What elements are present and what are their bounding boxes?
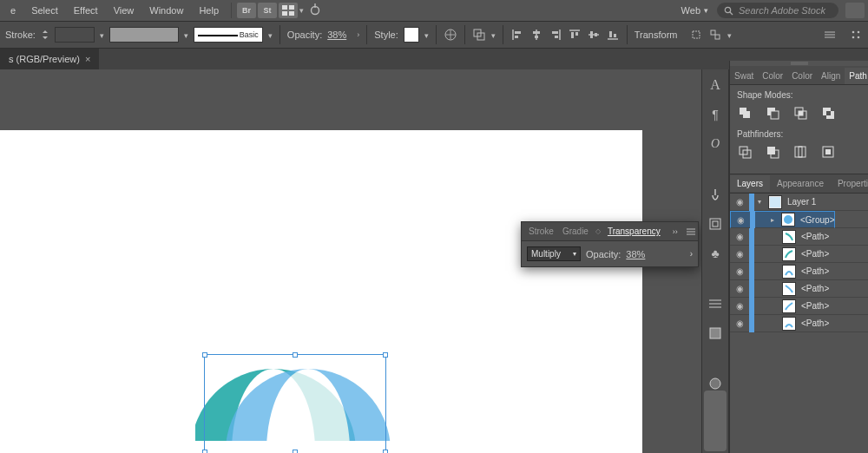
isolate-arrow[interactable] — [491, 30, 496, 40]
isolate-group-icon[interactable] — [472, 28, 486, 42]
style-arrow[interactable] — [424, 30, 429, 40]
search-stock-input[interactable]: Search Adobe Stock — [717, 3, 838, 18]
handle-top-left[interactable] — [202, 352, 207, 358]
brush-definition[interactable]: Basic — [194, 27, 263, 43]
glyph-panel-icon[interactable]: O — [707, 135, 724, 153]
visibility-icon[interactable]: ◉ — [730, 318, 749, 328]
tab-swatches[interactable]: Swat — [730, 68, 758, 84]
stroke-weight-arrow[interactable] — [100, 30, 104, 40]
four-dots-icon[interactable] — [849, 28, 863, 42]
visibility-icon[interactable]: ◉ — [730, 266, 749, 276]
menu-item-effect[interactable]: Effect — [67, 2, 105, 19]
symbols-panel-icon[interactable] — [707, 215, 724, 233]
vw-arrow[interactable] — [184, 30, 188, 40]
brush-arrow[interactable] — [268, 30, 273, 40]
handle-right[interactable] — [383, 450, 388, 454]
transform-label[interactable]: Transform — [635, 30, 678, 40]
menu-item-first[interactable]: e — [3, 2, 23, 19]
appearance-panel-icon[interactable] — [707, 375, 724, 392]
menu-item-help[interactable]: Help — [192, 2, 226, 19]
stroke-weight-field[interactable] — [41, 29, 49, 41]
tab-properties[interactable]: Properti — [831, 175, 868, 192]
tab-appearance[interactable]: Appearance — [770, 175, 831, 192]
visibility-icon[interactable]: ◉ — [731, 215, 750, 225]
tab-align[interactable]: Align — [817, 68, 845, 84]
handle-top-right[interactable] — [383, 352, 388, 358]
align-bottom-icon[interactable] — [606, 28, 620, 42]
float-arrow-icon[interactable]: › — [690, 249, 693, 259]
transform-exp-icon[interactable] — [689, 28, 703, 42]
layer-row-path[interactable]: ◉ <Path> — [730, 298, 868, 315]
align-top-icon[interactable] — [568, 28, 582, 42]
layer-row-group[interactable]: ◉ ▸ <Group> — [730, 211, 835, 228]
float-expand-icon[interactable]: ›› — [673, 227, 678, 236]
intersect-icon[interactable] — [792, 105, 808, 121]
arrange-documents-icon[interactable] — [279, 3, 298, 18]
layer-row-path[interactable]: ◉ <Path> — [730, 315, 868, 332]
layer-row-layer1[interactable]: ◉ ▾ Layer 1 — [730, 194, 868, 211]
selection-bounding-box[interactable] — [204, 354, 386, 453]
exclude-icon[interactable] — [820, 105, 836, 121]
workspace-switcher[interactable]: Web▾ — [674, 2, 715, 19]
transparency-panel[interactable]: Stroke Gradie ◇ Transparency ›› Multiply… — [521, 221, 699, 267]
close-icon[interactable]: × — [85, 54, 90, 64]
float-tab-gradient[interactable]: Gradie — [561, 226, 590, 236]
align-right-icon[interactable] — [549, 28, 562, 42]
blend-mode-select[interactable]: Multiply▾ — [527, 246, 581, 261]
dock-scrollbar[interactable] — [704, 391, 727, 451]
visibility-icon[interactable]: ◉ — [730, 249, 749, 259]
opacity-value[interactable]: 38% — [327, 30, 346, 40]
document-tab[interactable]: s (RGB/Preview) × — [0, 49, 99, 69]
layer-row-path[interactable]: ◉ <Path> — [730, 228, 868, 246]
stroke-weight-dropdown[interactable] — [55, 27, 95, 43]
corner-icon[interactable] — [845, 3, 865, 18]
crop-icon[interactable] — [820, 144, 836, 160]
tab-pathfinder[interactable]: Path — [845, 68, 868, 84]
bridge-icon[interactable]: Br — [237, 3, 256, 18]
layer-row-path[interactable]: ◉ <Path> — [730, 263, 868, 280]
variable-width-profile[interactable] — [109, 27, 179, 43]
visibility-icon[interactable]: ◉ — [730, 284, 749, 293]
tab-color[interactable]: Color — [758, 68, 787, 84]
lines-panel-icon[interactable] — [707, 295, 724, 312]
float-menu-icon[interactable] — [687, 228, 695, 235]
paragraph-panel-icon[interactable]: ¶ — [707, 106, 724, 123]
handle-top[interactable] — [293, 352, 298, 358]
disclosure-icon[interactable]: ▸ — [767, 216, 778, 224]
document-setup-icon[interactable] — [444, 28, 457, 42]
type-panel-icon[interactable]: A — [707, 76, 724, 94]
brushes-panel-icon[interactable] — [707, 186, 724, 203]
artboard[interactable] — [0, 130, 642, 453]
align-vcenter-icon[interactable] — [587, 28, 601, 42]
panel-menu-icon[interactable] — [823, 28, 837, 42]
unite-icon[interactable] — [737, 105, 753, 121]
menu-item-view[interactable]: View — [107, 2, 141, 19]
visibility-icon[interactable]: ◉ — [730, 301, 749, 311]
align-hcenter-icon[interactable] — [529, 28, 543, 42]
disclosure-icon[interactable]: ▾ — [754, 198, 765, 206]
tab-color-guide[interactable]: Color — [787, 68, 817, 84]
align-left-icon[interactable] — [510, 28, 524, 42]
trim-icon[interactable] — [765, 144, 780, 160]
menu-item-select[interactable]: Select — [24, 2, 65, 19]
visibility-icon[interactable]: ◉ — [730, 197, 749, 207]
gpu-icon[interactable] — [306, 3, 325, 18]
opacity-more-icon[interactable]: › — [357, 30, 359, 39]
visibility-icon[interactable]: ◉ — [730, 232, 749, 241]
merge-icon[interactable] — [792, 144, 808, 160]
transform-arrow[interactable] — [727, 30, 732, 40]
stock-icon[interactable]: St — [258, 3, 277, 18]
float-opacity-value[interactable]: 38% — [626, 249, 645, 259]
artboards-panel-icon[interactable] — [707, 325, 724, 342]
handle-center[interactable] — [293, 450, 298, 454]
float-tab-transparency[interactable]: Transparency — [606, 226, 662, 236]
transform-each-icon[interactable] — [708, 28, 722, 42]
menu-item-window[interactable]: Window — [142, 2, 190, 19]
layer-row-path[interactable]: ◉ <Path> — [730, 280, 868, 298]
style-swatch[interactable] — [404, 27, 419, 43]
handle-left[interactable] — [202, 450, 207, 454]
layer-row-path[interactable]: ◉ <Path> — [730, 246, 868, 263]
float-tab-stroke[interactable]: Stroke — [527, 226, 556, 236]
divide-icon[interactable] — [737, 144, 753, 160]
tab-layers[interactable]: Layers — [730, 175, 770, 192]
